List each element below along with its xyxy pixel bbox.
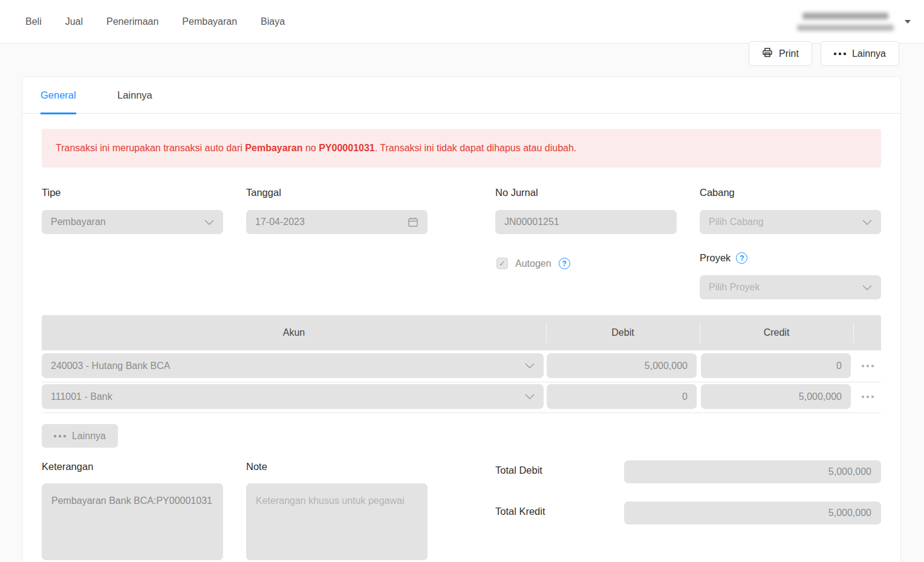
- cabang-placeholder: Pilih Cabang: [709, 217, 862, 227]
- chevron-down-icon: [862, 220, 872, 225]
- tanggal-value: 17-04-2023: [255, 217, 408, 227]
- tipe-value: Pembayaran: [51, 217, 204, 227]
- page-actions: Print Lainnya: [749, 41, 899, 66]
- note-textarea[interactable]: Keterangan khusus untuk pegawai: [246, 483, 428, 560]
- nav-item-penerimaan[interactable]: Penerimaan: [106, 16, 158, 27]
- tipe-select[interactable]: Pembayaran: [42, 210, 223, 234]
- main-nav: Beli Jual Penerimaan Pembayaran Biaya: [0, 16, 285, 27]
- nav-item-biaya[interactable]: Biaya: [261, 16, 285, 27]
- chevron-down-icon: [204, 220, 214, 225]
- warning-text: Transaksi ini merupakan transaksi auto d…: [56, 143, 245, 153]
- no-jurnal-label: No Jurnal: [495, 187, 538, 198]
- akun-select-row1[interactable]: 240003 - Hutang Bank BCA: [42, 353, 544, 378]
- no-jurnal-value: JN00001251: [504, 217, 668, 227]
- more-actions-label: Lainnya: [852, 48, 886, 59]
- proyek-help-icon[interactable]: ?: [736, 252, 747, 264]
- total-debit-value: 5,000,000: [828, 466, 871, 477]
- keterangan-label: Keterangan: [42, 461, 93, 472]
- more-actions-button[interactable]: Lainnya: [821, 41, 899, 66]
- ellipsis-icon: [862, 365, 874, 367]
- total-debit-field[interactable]: 5,000,000: [624, 460, 881, 483]
- debit-input-row2[interactable]: 0: [547, 384, 697, 409]
- col-header-debit: Debit: [546, 315, 700, 350]
- top-nav: Beli Jual Penerimaan Pembayaran Biaya: [0, 0, 924, 44]
- proyek-label-row: Proyek ?: [700, 252, 747, 264]
- akun-select-row2[interactable]: 111001 - Bank: [42, 384, 544, 409]
- credit-input-row1[interactable]: 0: [701, 353, 851, 378]
- tab-bar: General Lainnya: [22, 77, 900, 114]
- total-kredit-value: 5,000,000: [828, 508, 871, 518]
- journal-detail-card: General Lainnya Transaksi ini merupakan …: [22, 76, 901, 562]
- autogen-field: ✓ Autogen ?: [496, 258, 570, 269]
- table-more-label: Lainnya: [72, 431, 106, 442]
- tab-general[interactable]: General: [41, 77, 76, 114]
- table-more-button[interactable]: Lainnya: [42, 424, 118, 448]
- row-divider: [42, 382, 881, 382]
- warning-doc-number: PY00001031: [319, 143, 375, 153]
- total-kredit-field[interactable]: 5,000,000: [624, 502, 881, 524]
- print-button-label: Print: [779, 48, 799, 59]
- proyek-placeholder: Pilih Proyek: [709, 282, 862, 293]
- proyek-label: Proyek: [700, 252, 730, 264]
- nav-item-beli[interactable]: Beli: [25, 16, 42, 27]
- credit-value: 5,000,000: [799, 391, 842, 402]
- debit-value: 0: [682, 391, 688, 402]
- autogen-label: Autogen: [515, 258, 551, 269]
- printer-icon: [762, 47, 773, 60]
- ellipsis-icon: [862, 396, 874, 398]
- debit-input-row1[interactable]: 5,000,000: [547, 353, 697, 378]
- tanggal-label: Tanggal: [246, 187, 281, 198]
- nav-item-pembayaran[interactable]: Pembayaran: [182, 16, 237, 27]
- chevron-down-icon: [862, 285, 872, 290]
- col-header-akun: Akun: [42, 315, 546, 350]
- total-kredit-label: Total Kredit: [495, 506, 545, 517]
- tanggal-input[interactable]: 17-04-2023: [246, 210, 428, 234]
- user-menu[interactable]: [797, 0, 911, 44]
- auto-transaction-warning: Transaksi ini merupakan transaksi auto d…: [42, 129, 881, 168]
- total-debit-label: Total Debit: [495, 465, 542, 476]
- cabang-label: Cabang: [700, 187, 735, 198]
- tab-lainnya[interactable]: Lainnya: [117, 77, 152, 114]
- cabang-select[interactable]: Pilih Cabang: [700, 210, 881, 234]
- proyek-select[interactable]: Pilih Proyek: [700, 275, 881, 299]
- row-more-button[interactable]: [856, 353, 880, 378]
- note-label: Note: [246, 461, 267, 472]
- user-info-redacted: [797, 13, 894, 31]
- user-name-redacted: [802, 13, 888, 19]
- warning-doc-type: Pembayaran: [245, 143, 302, 153]
- credit-input-row2[interactable]: 5,000,000: [701, 384, 851, 409]
- chevron-down-icon: [905, 20, 911, 24]
- autogen-help-icon[interactable]: ?: [559, 258, 570, 269]
- chevron-down-icon: [525, 394, 535, 399]
- row-more-button[interactable]: [856, 384, 880, 409]
- print-button[interactable]: Print: [749, 41, 812, 66]
- table-header: Akun Debit Credit: [42, 315, 881, 350]
- tipe-label: Tipe: [42, 187, 61, 198]
- debit-value: 5,000,000: [645, 361, 688, 371]
- row-divider: [42, 413, 881, 413]
- chevron-down-icon: [525, 363, 535, 368]
- credit-value: 0: [836, 361, 842, 371]
- akun-value: 111001 - Bank: [51, 391, 525, 402]
- ellipsis-icon: [54, 435, 66, 437]
- akun-value: 240003 - Hutang Bank BCA: [51, 361, 525, 371]
- column-divider: [853, 322, 854, 343]
- user-email-redacted: [797, 25, 894, 31]
- autogen-checkbox[interactable]: ✓: [496, 258, 508, 269]
- keterangan-textarea[interactable]: Pembayaran Bank BCA:PY00001031: [42, 483, 223, 560]
- ellipsis-icon: [834, 53, 846, 55]
- col-header-credit: Credit: [700, 315, 853, 350]
- no-jurnal-input[interactable]: JN00001251: [495, 210, 677, 234]
- calendar-icon: [408, 217, 418, 227]
- nav-item-jual[interactable]: Jual: [65, 16, 83, 27]
